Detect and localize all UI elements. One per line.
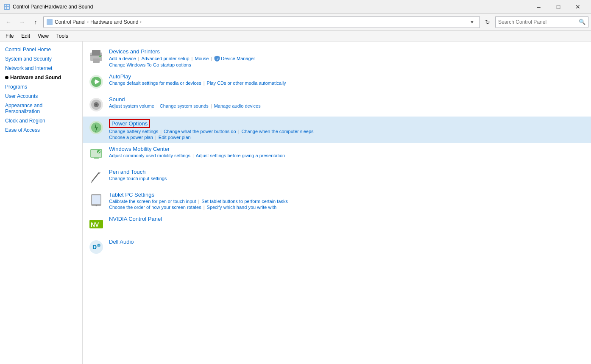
link-manage-audio[interactable]: Manage audio devices	[214, 103, 261, 108]
category-dell-audio: D Dell Audio	[83, 236, 591, 259]
close-button[interactable]: ✕	[568, 0, 588, 14]
back-button[interactable]: ←	[3, 16, 14, 28]
windows-mobility-title[interactable]: Windows Mobility Center	[109, 146, 586, 152]
svg-rect-8	[93, 58, 100, 63]
link-edit-power-plan[interactable]: Edit power plan	[159, 135, 191, 140]
link-screen-rotation[interactable]: Choose the order of how your screen rota…	[109, 205, 201, 210]
link-choose-power-plan[interactable]: Choose a power plan	[109, 135, 153, 140]
link-device-manager[interactable]: Device Manager	[221, 56, 255, 61]
svg-marker-28	[99, 172, 100, 174]
link-touch-input[interactable]: Change touch input settings	[109, 176, 167, 181]
autoplay-content: AutoPlay Change default settings for med…	[109, 73, 586, 86]
link-presentation-settings[interactable]: Adjust settings before giving a presenta…	[196, 153, 285, 158]
sidebar-label: Clock and Region	[5, 118, 45, 124]
windows-mobility-icon	[88, 146, 105, 163]
svg-text:✓: ✓	[216, 57, 219, 61]
sidebar: Control Panel Home System and Security N…	[0, 42, 83, 364]
sidebar-item-appearance[interactable]: Appearance andPersonalization	[0, 101, 82, 116]
devices-printers-links: Add a device | Advanced printer setup | …	[109, 56, 586, 61]
devices-printers-sublinks: Change Windows To Go startup options	[109, 62, 586, 67]
breadcrumb-hardware-sound[interactable]: Hardware and Sound	[90, 19, 138, 25]
svg-rect-31	[92, 195, 100, 204]
sound-content: Sound Adjust system volume | Change syst…	[109, 96, 586, 108]
link-adjust-volume[interactable]: Adjust system volume	[109, 103, 154, 108]
nvidia-content: NVIDIA Control Panel	[109, 216, 586, 222]
category-sound: Sound Adjust system volume | Change syst…	[83, 94, 591, 117]
sidebar-label: Ease of Access	[5, 127, 40, 133]
pen-touch-content: Pen and Touch Change touch input setting…	[109, 169, 586, 181]
tablet-settings-content: Tablet PC Settings Calibrate the screen …	[109, 192, 586, 210]
power-options-links: Change battery settings | Change what th…	[109, 129, 586, 134]
link-which-hand[interactable]: Specify which hand you write with	[207, 205, 276, 210]
menu-edit[interactable]: Edit	[17, 31, 34, 41]
title-bar: Control Panel\Hardware and Sound – □ ✕	[0, 0, 591, 14]
menu-tools[interactable]: Tools	[53, 31, 72, 41]
up-button[interactable]: ↑	[30, 16, 42, 28]
menu-view[interactable]: View	[34, 31, 53, 41]
pen-touch-links: Change touch input settings	[109, 176, 586, 181]
sound-title[interactable]: Sound	[109, 96, 586, 103]
svg-rect-5	[47, 19, 53, 25]
forward-button[interactable]: →	[16, 16, 28, 28]
breadcrumb-control-panel[interactable]: Control Panel	[55, 19, 86, 25]
autoplay-icon	[88, 73, 105, 90]
link-play-cds[interactable]: Play CDs or other media automatically	[207, 81, 286, 86]
autoplay-title[interactable]: AutoPlay	[109, 73, 586, 80]
sidebar-item-hardware-sound[interactable]: Hardware and Sound	[0, 73, 82, 82]
power-options-sublinks: Choose a power plan | Edit power plan	[109, 135, 586, 140]
tablet-settings-title[interactable]: Tablet PC Settings	[109, 192, 586, 198]
devices-printers-title[interactable]: Devices and Printers	[109, 48, 586, 55]
sidebar-item-ease-access[interactable]: Ease of Access	[0, 125, 82, 135]
sidebar-label: Appearance andPersonalization	[5, 103, 42, 114]
link-default-settings-media[interactable]: Change default settings for media or dev…	[109, 81, 201, 86]
address-bar: ← → ↑ Control Panel › Hardware and Sound…	[0, 14, 591, 31]
link-advanced-printer-setup[interactable]: Advanced printer setup	[141, 56, 189, 61]
sound-icon	[88, 96, 105, 113]
power-options-title[interactable]: Power Options	[109, 119, 150, 128]
link-tablet-buttons[interactable]: Set tablet buttons to perform certain ta…	[201, 199, 288, 204]
link-calibrate-screen[interactable]: Calibrate the screen for pen or touch in…	[109, 199, 196, 204]
minimize-button[interactable]: –	[529, 0, 549, 14]
sidebar-label: Network and Internet	[5, 65, 52, 71]
link-battery-settings[interactable]: Change battery settings	[109, 129, 158, 134]
link-mobility-settings[interactable]: Adjust commonly used mobility settings	[109, 153, 190, 158]
sidebar-item-control-panel-home[interactable]: Control Panel Home	[0, 45, 82, 54]
link-windows-to-go[interactable]: Change Windows To Go startup options	[109, 62, 191, 67]
refresh-button[interactable]: ↻	[482, 16, 493, 28]
link-power-buttons[interactable]: Change what the power buttons do	[164, 129, 236, 134]
link-mouse[interactable]: Mouse	[195, 56, 209, 61]
search-icon[interactable]: 🔍	[579, 19, 585, 25]
sidebar-item-clock-region[interactable]: Clock and Region	[0, 116, 82, 125]
maximize-button[interactable]: □	[549, 0, 568, 14]
svg-point-32	[96, 205, 97, 206]
sidebar-label: System and Security	[5, 56, 52, 62]
pen-touch-title[interactable]: Pen and Touch	[109, 169, 586, 175]
window-title: Control Panel\Hardware and Sound	[13, 4, 529, 10]
svg-rect-7	[92, 50, 100, 55]
menu-file[interactable]: File	[2, 31, 17, 41]
sidebar-label: User Accounts	[5, 93, 38, 99]
link-add-device[interactable]: Add a device	[109, 56, 136, 61]
sidebar-item-programs[interactable]: Programs	[0, 82, 82, 92]
svg-text:NV: NV	[91, 221, 99, 228]
dell-audio-content: Dell Audio	[109, 239, 586, 245]
link-computer-sleeps[interactable]: Change when the computer sleeps	[242, 129, 314, 134]
sidebar-item-user-accounts[interactable]: User Accounts	[0, 92, 82, 101]
svg-line-27	[92, 173, 99, 181]
pen-touch-icon	[88, 169, 105, 186]
link-change-sounds[interactable]: Change system sounds	[160, 103, 209, 108]
window-icon	[3, 3, 10, 10]
svg-line-29	[91, 181, 92, 183]
search-input[interactable]	[498, 19, 579, 25]
dell-audio-title[interactable]: Dell Audio	[109, 239, 586, 245]
svg-rect-2	[7, 5, 9, 6]
menu-bar: File Edit View Tools	[0, 31, 591, 42]
category-tablet-settings: Tablet PC Settings Calibrate the screen …	[83, 189, 591, 213]
sidebar-item-system-security[interactable]: System and Security	[0, 54, 82, 64]
breadcrumb-dropdown[interactable]: ▼	[467, 16, 477, 28]
category-pen-touch: Pen and Touch Change touch input setting…	[83, 166, 591, 189]
sidebar-item-network-internet[interactable]: Network and Internet	[0, 64, 82, 73]
nvidia-title[interactable]: NVIDIA Control Panel	[109, 216, 586, 222]
svg-point-37	[97, 244, 100, 247]
svg-rect-25	[94, 158, 99, 159]
